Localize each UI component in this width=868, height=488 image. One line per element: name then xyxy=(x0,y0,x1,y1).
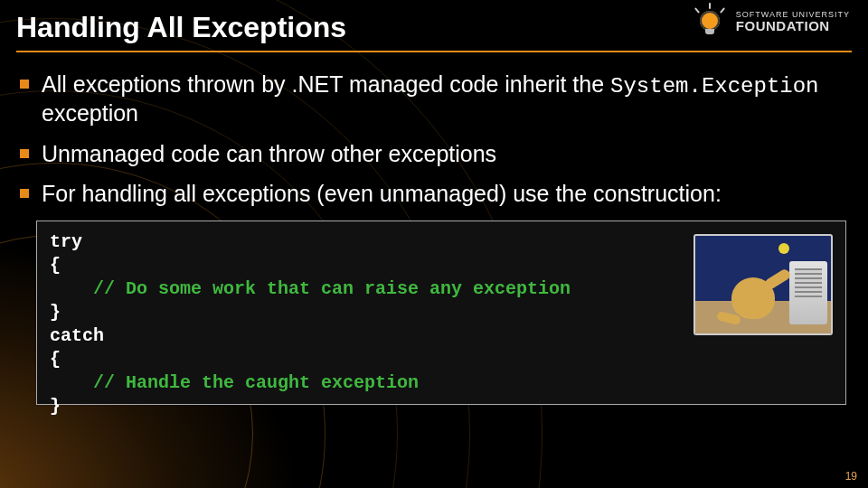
code-block: try { // Do some work that can raise any… xyxy=(36,221,846,405)
bullet-text: Unmanaged code can throw other exception… xyxy=(42,141,496,166)
bullet-item: All exceptions thrown by .NET managed co… xyxy=(18,70,850,127)
bullet-item: Unmanaged code can throw other exception… xyxy=(18,140,850,168)
bullet-text: exception xyxy=(42,100,138,126)
lightbulb-icon xyxy=(696,5,729,38)
bullet-text: All exceptions thrown by .NET managed co… xyxy=(42,71,610,97)
code-comment: // Handle the caught exception xyxy=(50,372,419,393)
inline-code: System.Exception xyxy=(610,74,818,99)
slide: Handling All Exceptions SOFTWARE UNIVERS… xyxy=(0,0,868,488)
brand-text: SOFTWARE UNIVERSITY FOUNDATION xyxy=(736,11,850,33)
cat-illustration xyxy=(693,234,833,335)
brand-logo: SOFTWARE UNIVERSITY FOUNDATION xyxy=(696,5,850,38)
content-area: All exceptions thrown by .NET managed co… xyxy=(18,70,850,405)
bullet-list: All exceptions thrown by .NET managed co… xyxy=(18,70,850,208)
code-comment: // Do some work that can raise any excep… xyxy=(50,278,571,299)
bullet-text: For handling all exceptions (even unmana… xyxy=(42,181,722,206)
title-underline xyxy=(16,51,852,52)
brand-line2: FOUNDATION xyxy=(736,19,850,33)
bullet-item: For handling all exceptions (even unmana… xyxy=(18,180,850,208)
page-number: 19 xyxy=(845,470,857,483)
